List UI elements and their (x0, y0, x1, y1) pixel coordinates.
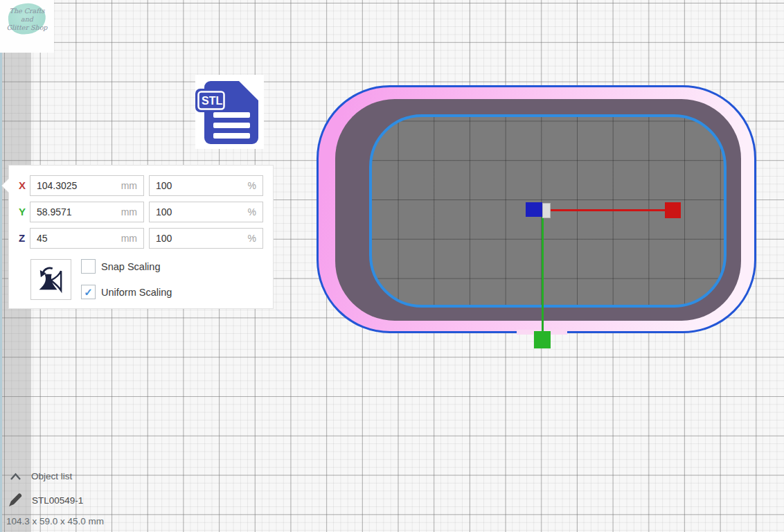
center-scale-handle[interactable] (542, 203, 551, 218)
uniform-scaling-label: Uniform Scaling (101, 287, 172, 298)
stl-file-icon: STL (195, 75, 264, 149)
z-axis-label: Z (19, 228, 28, 249)
uniform-scaling-checkbox[interactable]: ✓ (81, 285, 96, 299)
logo-text-line1: The Crafts (0, 7, 54, 15)
logo-text-line3: Glitter Shop (0, 24, 54, 32)
z-size-input[interactable] (30, 229, 143, 248)
x-size-input[interactable] (30, 176, 143, 195)
scale-tool-panel: X mm % Y mm % Z mm % (8, 165, 274, 309)
y-size-input[interactable] (30, 202, 143, 222)
x-axis-handle[interactable] (665, 202, 681, 218)
checkbox-check-icon: ✓ (84, 286, 93, 298)
object-list-header[interactable]: Object list (31, 471, 72, 481)
logo-text-line2: and (0, 15, 54, 24)
object-list-item[interactable]: STL00549-1 (32, 495, 83, 506)
stl-document-icon: STL (195, 75, 264, 149)
x-percent-input[interactable] (150, 176, 262, 195)
model-dimensions: 104.3 x 59.0 x 45.0 mm (6, 516, 104, 526)
edit-pencil-icon[interactable] (7, 492, 24, 508)
reset-scale-button[interactable] (30, 259, 71, 300)
x-axis-label: X (19, 175, 28, 196)
y-percent-input[interactable] (150, 202, 262, 222)
z-percent-input[interactable] (150, 229, 262, 248)
y-axis-label: Y (19, 202, 28, 222)
z-axis-handle[interactable] (526, 202, 542, 217)
reset-scale-icon (35, 264, 66, 295)
x-axis-line (546, 209, 667, 211)
panel-pointer-arrow (2, 179, 9, 193)
left-edge-line (0, 0, 2, 532)
svg-text:STL: STL (202, 95, 222, 107)
chevron-up-icon[interactable] (10, 472, 21, 481)
y-axis-line (542, 217, 544, 332)
shop-logo: The Crafts and Glitter Shop (0, 0, 54, 53)
snap-scaling-checkbox[interactable] (81, 259, 96, 274)
y-axis-handle[interactable] (534, 331, 551, 348)
snap-scaling-label: Snap Scaling (101, 261, 160, 272)
